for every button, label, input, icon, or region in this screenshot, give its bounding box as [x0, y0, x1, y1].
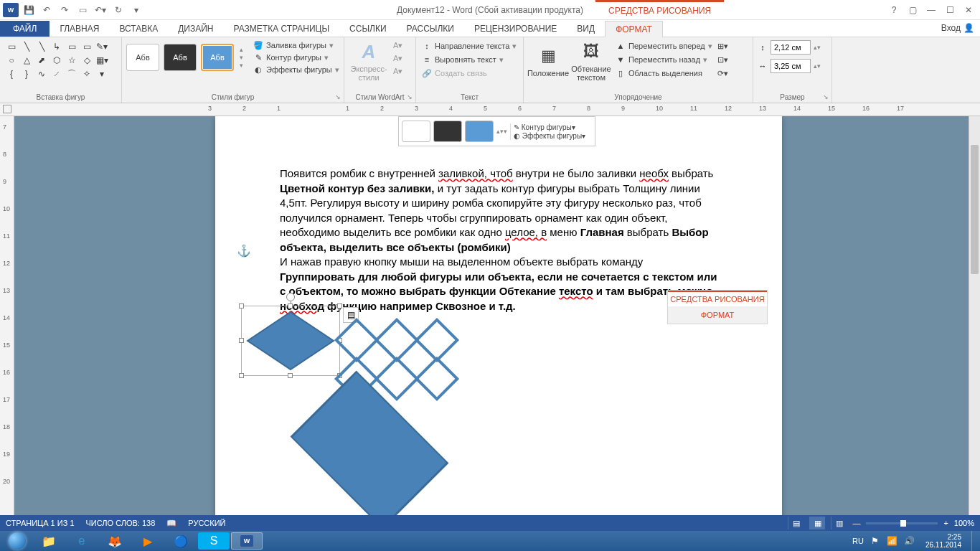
ribbon-options-icon[interactable]: ▢ [904, 3, 921, 17]
resize-handle[interactable] [239, 373, 244, 378]
tab-mailings[interactable]: РАССЫЛКИ [397, 21, 464, 37]
gallery-down-icon[interactable]: ▾ [240, 54, 243, 61]
shape-arc-icon[interactable]: ⌒ [65, 67, 79, 80]
tray-volume-icon[interactable]: 🔊 [904, 535, 915, 547]
style-thumb-2[interactable]: Абв [164, 44, 197, 71]
floating-mini-toolbar[interactable]: ▴▾▾ ✎ Контур фигуры▾ ◐ Эффекты фигуры▾ [398, 116, 595, 146]
tab-file[interactable]: ФАЙЛ [0, 21, 50, 37]
shape-rect2-icon[interactable]: ▭ [80, 40, 94, 53]
chrome-icon[interactable]: 🔵 [165, 532, 197, 550]
qat-customize-icon[interactable]: ▾ [128, 2, 144, 18]
gallery-up-icon[interactable]: ▴ [240, 46, 243, 53]
explorer-icon[interactable]: 📁 [33, 532, 65, 550]
align-text-button[interactable]: ≡Выровнять текст▾ [420, 54, 519, 65]
shape-freeform-icon[interactable]: ⟋ [50, 67, 64, 80]
word-app-icon[interactable]: W [3, 2, 19, 18]
tab-insert[interactable]: ВСТАВКА [109, 21, 168, 37]
resize-handle[interactable] [288, 303, 293, 309]
minimize-icon[interactable]: — [923, 3, 940, 17]
shape-arrow-icon[interactable]: ⬈ [34, 54, 49, 67]
shape-oval-icon[interactable]: ○ [4, 54, 19, 67]
spinner-icon[interactable]: ▴▾ [814, 64, 821, 68]
bring-forward-button[interactable]: ▲Переместить вперед▾ [614, 40, 714, 52]
group-button[interactable]: ⊡▾ [717, 54, 730, 65]
help-icon[interactable]: ? [885, 3, 903, 17]
tray-flag-icon[interactable]: ⚑ [870, 535, 881, 547]
resize-handle[interactable] [288, 373, 293, 378]
shape-triangle-icon[interactable]: △ [19, 54, 34, 67]
shape-brace-icon[interactable]: { [4, 67, 19, 80]
shape-more-icon[interactable]: ✧ [80, 67, 94, 80]
web-layout-icon[interactable]: ▥ [831, 517, 847, 529]
text-direction-button[interactable]: ↕Направление текста▾ [420, 40, 519, 52]
save-icon[interactable]: 💾 [21, 2, 37, 18]
shape-line2-icon[interactable]: ╲ [34, 40, 49, 53]
close-icon[interactable]: ✕ [960, 3, 977, 17]
rotate-button[interactable]: ⟳▾ [717, 67, 730, 79]
dialog-launcher-icon[interactable]: ↘ [821, 93, 830, 101]
tab-view[interactable]: ВИД [567, 21, 605, 37]
tab-references[interactable]: ССЫЛКИ [339, 21, 396, 37]
language-indicator[interactable]: РУССКИЙ [188, 519, 225, 527]
print-layout-icon[interactable]: ▦ [809, 517, 825, 529]
tab-review[interactable]: РЕЦЕНЗИРОВАНИЕ [464, 21, 567, 37]
shape-textbox2-icon[interactable]: ▦▾ [95, 54, 109, 67]
page-viewport[interactable]: ▴▾▾ ✎ Контур фигуры▾ ◐ Эффекты фигуры▾ П… [14, 116, 980, 515]
repeat-icon[interactable]: ↻ [110, 2, 126, 18]
shape-textbox-icon[interactable]: ▭ [4, 40, 19, 53]
send-backward-button[interactable]: ▼Переместить назад▾ [614, 54, 714, 65]
shape-star-icon[interactable]: ☆ [65, 54, 79, 67]
new-doc-icon[interactable]: ▭ [75, 2, 90, 18]
shape-curve-icon[interactable]: ∿ [34, 67, 49, 80]
tab-layout[interactable]: РАЗМЕТКА СТРАНИЦЫ [224, 21, 340, 37]
undo-dropdown-icon[interactable]: ↶▾ [93, 2, 108, 18]
dialog-launcher-icon[interactable]: ↘ [405, 93, 414, 101]
align-button[interactable]: ⊞▾ [717, 40, 730, 52]
shape-hex-icon[interactable]: ⬡ [50, 54, 64, 67]
gallery-more-icon[interactable]: ▾ [240, 62, 243, 69]
tab-design[interactable]: ДИЗАЙН [168, 21, 223, 37]
shape-line-icon[interactable]: ╲ [19, 40, 34, 53]
style-thumb-3[interactable]: Абв [201, 44, 234, 71]
height-input[interactable] [771, 40, 811, 55]
selection-pane-button[interactable]: ▯Область выделения [614, 67, 714, 79]
shapes-gallery[interactable]: ▭ ╲ ╲ ↳ ▭ ▭ ✎▾ ○ △ ⬈ ⬡ ☆ ◇ ▦▾ { } ∿ ⟋ ⌒ … [4, 40, 117, 80]
wrap-text-button[interactable]: 🖼Обтекание текстом [571, 40, 611, 82]
skype-icon[interactable]: S [198, 532, 230, 550]
page-indicator[interactable]: СТРАНИЦА 1 ИЗ 1 [6, 519, 75, 527]
tab-home[interactable]: ГЛАВНАЯ [50, 21, 109, 37]
spinner-icon[interactable]: ▴▾ [814, 45, 821, 50]
ruler-corner-icon[interactable] [3, 105, 11, 113]
vertical-ruler[interactable]: 7891011121314151617181920 [0, 116, 14, 515]
width-input[interactable] [771, 59, 811, 73]
system-clock[interactable]: 2:25 26.11.2014 [921, 533, 966, 549]
resize-handle[interactable] [337, 303, 342, 309]
horizontal-ruler[interactable]: 3211234567891011121314151617 [0, 103, 980, 116]
shape-edit-icon[interactable]: ✎▾ [95, 40, 109, 53]
shape-fill-button[interactable]: 🪣Заливка фигуры▾ [253, 40, 339, 50]
read-mode-icon[interactable]: ▤ [788, 517, 804, 529]
shape-rect-icon[interactable]: ▭ [65, 40, 79, 53]
mini-style-1[interactable] [402, 121, 430, 142]
position-button[interactable]: ▦Положение [528, 40, 568, 82]
media-icon[interactable]: ▶ [132, 532, 164, 550]
anchor-icon[interactable]: ⚓ [237, 244, 251, 258]
shape-effects-button[interactable]: ◐Эффекты фигуры▾ [253, 65, 339, 75]
shape-diamond-icon[interactable]: ◇ [80, 54, 94, 67]
zoom-out-icon[interactable]: — [852, 519, 860, 527]
maximize-icon[interactable]: ☐ [941, 3, 958, 17]
start-button[interactable] [3, 531, 32, 551]
mini-style-3[interactable] [465, 121, 494, 142]
rotation-handle[interactable] [286, 293, 295, 301]
zoom-level[interactable]: 100% [954, 519, 974, 527]
shape-connector-icon[interactable]: ↳ [50, 40, 64, 53]
mini-style-2[interactable] [433, 121, 462, 142]
mini-outline-button[interactable]: ✎ Контур фигуры▾ [514, 123, 585, 131]
shape-outline-button[interactable]: ✎Контур фигуры▾ [253, 52, 339, 62]
style-thumb-1[interactable]: Абв [126, 44, 159, 71]
ie-icon[interactable]: e [66, 532, 98, 550]
tray-network-icon[interactable]: 📶 [887, 535, 898, 547]
language-bar[interactable]: RU [852, 537, 864, 545]
resize-handle[interactable] [239, 338, 244, 343]
sign-in[interactable]: Вход👤 [941, 23, 974, 33]
